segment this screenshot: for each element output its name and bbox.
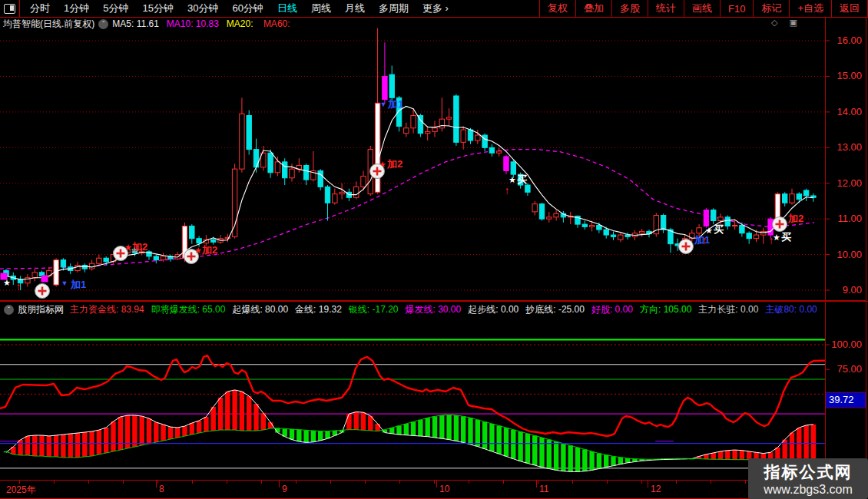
- menu-item-周线[interactable]: 周线: [304, 2, 338, 15]
- ma-value: MA5: 11.61: [112, 18, 158, 29]
- histogram-bar: [204, 417, 208, 431]
- histogram-bar: [190, 423, 194, 435]
- toolbar-button-统计[interactable]: 统计: [648, 0, 684, 17]
- histogram-bar: [404, 424, 409, 435]
- signal-label: 加2: [131, 241, 147, 253]
- toolbar-button-标记[interactable]: 标记: [753, 0, 790, 17]
- axis-tick: [399, 481, 400, 484]
- histogram-bar: [582, 449, 587, 471]
- ma-info-row: 均普智能(日线.前复权) ˇ MA5: 11.61MA10: 10.83MA20…: [0, 17, 868, 31]
- candle: [661, 216, 665, 230]
- candle: [704, 210, 708, 226]
- candle: [797, 194, 801, 200]
- histogram-bar: [118, 417, 123, 450]
- histogram-bar: [68, 434, 73, 458]
- histogram-bar: [611, 456, 615, 465]
- trading-terminal: 分时1分钟5分钟15分钟30分钟60分钟日线周线月线多周期更多 › 复权叠加多股…: [0, 0, 868, 499]
- candle: [790, 194, 794, 203]
- pane-corner-icons[interactable]: ◇ ▣: [771, 18, 802, 28]
- candle: [383, 76, 387, 99]
- candle: [240, 114, 244, 169]
- add-position-icon: [679, 240, 694, 254]
- candle: [61, 260, 65, 267]
- axis-tick: [330, 481, 331, 484]
- chevron-down-icon[interactable]: ˇ: [4, 305, 14, 315]
- candle: [404, 128, 409, 134]
- histogram-bar: [783, 440, 787, 461]
- up-arrow-icon: ↑: [16, 280, 22, 292]
- candle: [318, 170, 323, 187]
- candle: [232, 169, 237, 236]
- indicator-field: 主力长驻: 0.00: [698, 304, 758, 315]
- histogram-bar: [75, 433, 80, 458]
- candle: [725, 217, 730, 226]
- candle: [340, 192, 344, 193]
- ma-value: MA10: 10.83: [167, 18, 219, 29]
- histogram-bar: [475, 420, 480, 447]
- candle: [497, 151, 502, 153]
- price-axis-label: 11.00: [837, 213, 862, 224]
- candle: [75, 266, 80, 271]
- histogram-bar: [303, 430, 308, 442]
- histogram-bar: [375, 424, 379, 431]
- histogram-bar: [54, 435, 58, 457]
- histogram-bar: [446, 415, 451, 439]
- candle: [333, 194, 337, 203]
- signal-label: 买: [781, 231, 791, 243]
- star-icon: ★: [194, 246, 202, 255]
- menu-item-1分钟[interactable]: 1分钟: [57, 2, 96, 15]
- menu-item-30分钟[interactable]: 30分钟: [181, 2, 225, 15]
- time-axis[interactable]: 2025年89101112: [0, 480, 866, 499]
- candle: [504, 157, 509, 171]
- axis-tick: [745, 481, 746, 484]
- menu-item-分时[interactable]: 分时: [23, 2, 57, 15]
- candle: [197, 239, 201, 243]
- window-panel-icon[interactable]: [4, 4, 15, 14]
- toolbar-button-叠加[interactable]: 叠加: [575, 0, 612, 17]
- price-axis-label: 14.00: [837, 106, 862, 117]
- histogram-bar: [482, 421, 487, 448]
- histogram-bar: [111, 421, 115, 451]
- signal-label: 加2: [201, 244, 217, 256]
- histogram-bar: [504, 428, 509, 456]
- histogram-bar: [32, 435, 37, 456]
- menu-item-多周期[interactable]: 多周期: [372, 2, 416, 15]
- candle: [211, 240, 216, 242]
- histogram-bar: [168, 427, 173, 439]
- top-toolbar: 分时1分钟5分钟15分钟30分钟60分钟日线周线月线多周期更多 › 复权叠加多股…: [0, 0, 868, 18]
- candle: [475, 135, 480, 140]
- toolbar-button-+自选[interactable]: +自选: [789, 0, 832, 17]
- toolbar-button-F10[interactable]: F10: [720, 0, 754, 17]
- menu-item-60分钟[interactable]: 60分钟: [225, 2, 270, 15]
- toolbar-button-返回[interactable]: 返回: [831, 0, 868, 17]
- candle: [604, 230, 608, 235]
- histogram-bar: [346, 414, 351, 430]
- axis-tick: [261, 481, 262, 484]
- histogram-bar: [461, 416, 465, 442]
- histogram-bar: [790, 433, 794, 461]
- candle: [482, 135, 487, 147]
- menu-item-更多 ›[interactable]: 更多 ›: [416, 2, 456, 15]
- menu-item-日线[interactable]: 日线: [270, 2, 304, 15]
- histogram-bar: [147, 418, 151, 444]
- toolbar-button-复权[interactable]: 复权: [539, 0, 576, 17]
- menu-item-月线[interactable]: 月线: [338, 2, 372, 15]
- toolbar-button-画线[interactable]: 画线: [684, 0, 721, 17]
- axis-tick: [607, 481, 608, 484]
- indicator-field: 抄底线: -25.00: [525, 304, 585, 315]
- menu-item-5分钟[interactable]: 5分钟: [96, 2, 135, 15]
- toolbar-button-多股[interactable]: 多股: [611, 0, 648, 17]
- menu-item-15分钟[interactable]: 15分钟: [135, 2, 180, 15]
- outer-frame-line: [866, 17, 866, 497]
- histogram-bar: [711, 453, 716, 459]
- candle: [539, 204, 544, 220]
- candle: [618, 235, 623, 240]
- candle: [361, 176, 366, 187]
- month-label: 2025年: [6, 484, 36, 497]
- histogram-bar: [454, 415, 459, 441]
- axis-tick: [365, 481, 366, 484]
- histogram-bar: [225, 392, 230, 430]
- histogram-bar: [211, 407, 216, 431]
- chevron-down-icon[interactable]: ˇ: [98, 19, 108, 29]
- month-label: 9: [282, 484, 287, 494]
